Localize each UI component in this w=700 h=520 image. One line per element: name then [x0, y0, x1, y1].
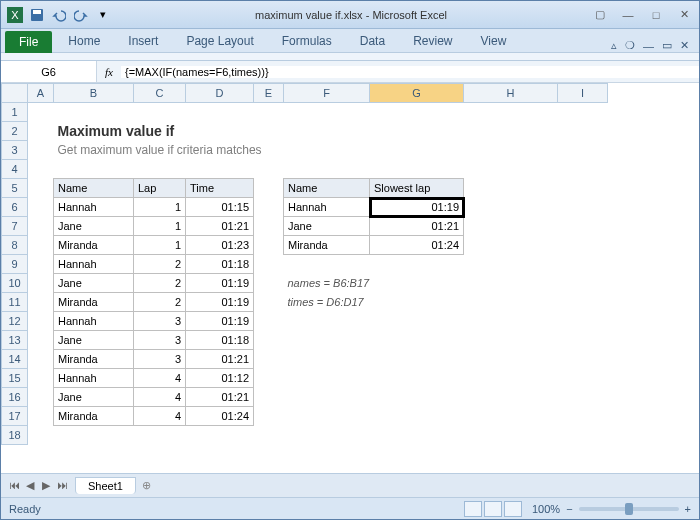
cell[interactable]: Hannah	[54, 312, 134, 331]
zoom-slider[interactable]	[579, 507, 679, 511]
row-header[interactable]: 11	[2, 293, 28, 312]
col-header-D[interactable]: D	[186, 84, 254, 103]
cell[interactable]: Jane	[54, 388, 134, 407]
view-normal-icon[interactable]	[464, 501, 482, 517]
minimize-icon[interactable]: —	[617, 7, 639, 23]
cell[interactable]: 01:21	[370, 217, 464, 236]
cell[interactable]: 4	[134, 388, 186, 407]
cell[interactable]: 01:21	[186, 350, 254, 369]
row-header[interactable]: 8	[2, 236, 28, 255]
selected-cell[interactable]: 01:19	[370, 198, 464, 217]
view-layout-icon[interactable]	[484, 501, 502, 517]
cell[interactable]: 01:15	[186, 198, 254, 217]
col-header-B[interactable]: B	[54, 84, 134, 103]
cell[interactable]: 1	[134, 217, 186, 236]
redo-icon[interactable]	[71, 5, 91, 25]
sheet-tab[interactable]: Sheet1	[75, 477, 136, 494]
cell[interactable]: Hannah	[284, 198, 370, 217]
window-min2-icon[interactable]: —	[643, 40, 654, 52]
close-icon[interactable]: ✕	[673, 7, 695, 23]
help-icon[interactable]: ❍	[625, 39, 635, 52]
cell[interactable]: Jane	[54, 274, 134, 293]
cell[interactable]: 01:18	[186, 255, 254, 274]
cell[interactable]: 2	[134, 255, 186, 274]
tab-view[interactable]: View	[469, 30, 519, 52]
view-pagebreak-icon[interactable]	[504, 501, 522, 517]
sheet-nav-next-icon[interactable]: ▶	[39, 479, 53, 492]
row-header[interactable]: 17	[2, 407, 28, 426]
cell[interactable]: 01:19	[186, 312, 254, 331]
cell[interactable]: 3	[134, 350, 186, 369]
cell[interactable]: 01:24	[186, 407, 254, 426]
row-header[interactable]: 6	[2, 198, 28, 217]
window-close2-icon[interactable]: ✕	[680, 39, 689, 52]
cell[interactable]: 4	[134, 369, 186, 388]
cell[interactable]: Jane	[54, 331, 134, 350]
col-header-F[interactable]: F	[284, 84, 370, 103]
cell[interactable]: Hannah	[54, 369, 134, 388]
save-icon[interactable]	[27, 5, 47, 25]
cell[interactable]: 1	[134, 198, 186, 217]
tab-review[interactable]: Review	[401, 30, 464, 52]
row-header[interactable]: 7	[2, 217, 28, 236]
col-header-I[interactable]: I	[558, 84, 608, 103]
tab-data[interactable]: Data	[348, 30, 397, 52]
cell[interactable]: 2	[134, 293, 186, 312]
cell[interactable]: Miranda	[54, 236, 134, 255]
sheet-nav-last-icon[interactable]: ⏭	[55, 479, 69, 492]
cell[interactable]: 01:12	[186, 369, 254, 388]
col-header-E[interactable]: E	[254, 84, 284, 103]
zoom-out-icon[interactable]: −	[566, 503, 572, 515]
formula-input[interactable]: {=MAX(IF(names=F6,times))}	[121, 66, 699, 78]
cell[interactable]: Miranda	[54, 350, 134, 369]
t2-header-name[interactable]: Name	[284, 179, 370, 198]
t1-header-lap[interactable]: Lap	[134, 179, 186, 198]
undo-icon[interactable]	[49, 5, 69, 25]
minimize-ribbon-icon[interactable]: ▢	[589, 7, 611, 23]
cell[interactable]: 3	[134, 331, 186, 350]
excel-icon[interactable]: X	[5, 5, 25, 25]
cell[interactable]: 2	[134, 274, 186, 293]
cell[interactable]: 01:21	[186, 217, 254, 236]
cell[interactable]: 1	[134, 236, 186, 255]
col-header-H[interactable]: H	[464, 84, 558, 103]
cell[interactable]: 3	[134, 312, 186, 331]
collapse-ribbon-icon[interactable]: ▵	[611, 39, 617, 52]
fx-icon[interactable]: fx	[97, 66, 121, 78]
row-header[interactable]: 13	[2, 331, 28, 350]
row-header[interactable]: 12	[2, 312, 28, 331]
sheet-nav-first-icon[interactable]: ⏮	[7, 479, 21, 492]
cell[interactable]: 01:18	[186, 331, 254, 350]
tab-formulas[interactable]: Formulas	[270, 30, 344, 52]
row-header[interactable]: 4	[2, 160, 28, 179]
row-header[interactable]: 14	[2, 350, 28, 369]
cell[interactable]: 01:19	[186, 274, 254, 293]
worksheet-grid[interactable]: A B C D E F G H I 1 2Maximum value if 3G…	[1, 83, 699, 473]
cell[interactable]: Miranda	[54, 407, 134, 426]
row-header[interactable]: 3	[2, 141, 28, 160]
row-header[interactable]: 16	[2, 388, 28, 407]
t2-header-slowest[interactable]: Slowest lap	[370, 179, 464, 198]
new-sheet-icon[interactable]: ⊕	[142, 479, 151, 492]
row-header[interactable]: 2	[2, 122, 28, 141]
cell[interactable]: 01:24	[370, 236, 464, 255]
row-header[interactable]: 9	[2, 255, 28, 274]
cell[interactable]: Miranda	[284, 236, 370, 255]
col-header-A[interactable]: A	[28, 84, 54, 103]
cell[interactable]: 01:19	[186, 293, 254, 312]
row-header[interactable]: 1	[2, 103, 28, 122]
row-header[interactable]: 10	[2, 274, 28, 293]
cell[interactable]: Hannah	[54, 198, 134, 217]
cell[interactable]: 01:21	[186, 388, 254, 407]
cell[interactable]: 01:23	[186, 236, 254, 255]
name-box[interactable]: G6	[1, 61, 97, 82]
qat-dropdown-icon[interactable]: ▾	[93, 5, 113, 25]
file-tab[interactable]: File	[5, 31, 52, 53]
t1-header-name[interactable]: Name	[54, 179, 134, 198]
tab-home[interactable]: Home	[56, 30, 112, 52]
row-header[interactable]: 5	[2, 179, 28, 198]
cell[interactable]: Hannah	[54, 255, 134, 274]
t1-header-time[interactable]: Time	[186, 179, 254, 198]
row-header[interactable]: 15	[2, 369, 28, 388]
window-restore-icon[interactable]: ▭	[662, 39, 672, 52]
